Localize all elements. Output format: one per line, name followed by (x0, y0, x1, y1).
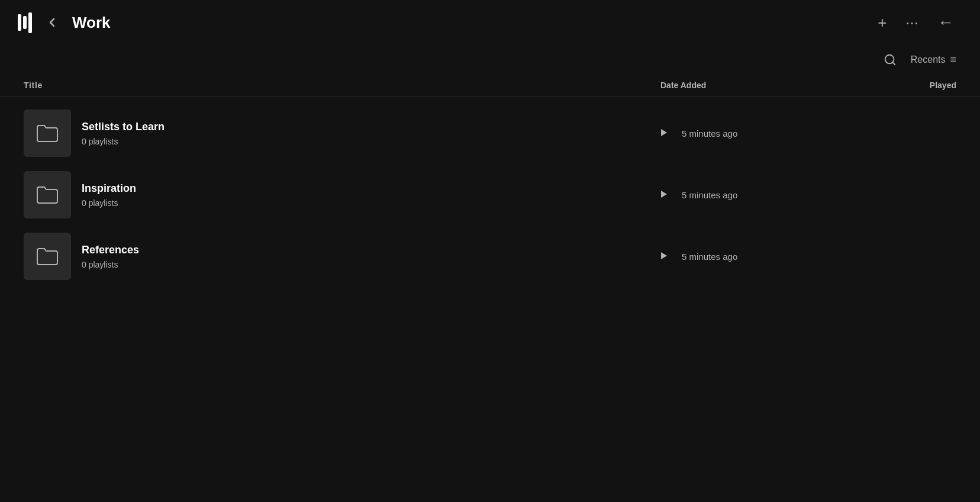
svg-line-1 (892, 62, 895, 65)
row-date-cell: 5 minutes ago (660, 190, 838, 200)
back-button[interactable] (44, 14, 60, 31)
logo-bar-3 (28, 12, 32, 33)
app-container: Work + ··· ← Recents ≡ (0, 0, 980, 502)
table-body: Setlists to Learn 0 playlists 5 minutes … (0, 96, 980, 502)
folder-thumbnail (24, 171, 71, 218)
more-button[interactable]: ··· (903, 12, 921, 33)
row-title-cell: Inspiration 0 playlists (24, 171, 660, 218)
row-text: Inspiration 0 playlists (82, 182, 136, 208)
row-name: Setlists to Learn (82, 121, 165, 133)
table-row[interactable]: Setlists to Learn 0 playlists 5 minutes … (24, 102, 956, 164)
sort-recents[interactable]: Recents ≡ (911, 54, 956, 66)
table-header: Title Date Added Played (0, 81, 980, 96)
row-name: Inspiration (82, 182, 136, 195)
table-row[interactable]: Inspiration 0 playlists 5 minutes ago (24, 164, 956, 226)
row-date-cell: 5 minutes ago (660, 128, 838, 139)
row-subtitle: 0 playlists (82, 260, 139, 269)
close-button[interactable]: ← (935, 12, 956, 33)
row-subtitle: 0 playlists (82, 137, 165, 146)
logo-bar-2 (23, 16, 27, 29)
folder-icon (36, 247, 59, 266)
play-icon[interactable] (660, 190, 668, 200)
chevron-left-icon (46, 17, 58, 28)
folder-thumbnail (24, 233, 71, 280)
date-added-value: 5 minutes ago (682, 252, 737, 262)
row-date-cell: 5 minutes ago (660, 252, 838, 262)
play-icon[interactable] (660, 252, 668, 262)
header-right: + ··· ← (875, 12, 956, 33)
col-date-header: Date Added (660, 81, 838, 90)
row-title-cell: Setlists to Learn 0 playlists (24, 110, 660, 157)
close-left-icon: ← (937, 14, 954, 31)
col-title-header: Title (24, 81, 660, 90)
page-title: Work (72, 14, 111, 32)
date-added-value: 5 minutes ago (682, 190, 737, 200)
search-button[interactable] (881, 51, 899, 69)
recents-label: Recents (911, 54, 946, 65)
sort-bar: Recents ≡ (0, 45, 980, 81)
col-played-header: Played (838, 81, 956, 90)
list-icon: ≡ (950, 54, 956, 66)
row-subtitle: 0 playlists (82, 198, 136, 208)
header: Work + ··· ← (0, 0, 980, 45)
row-text: Setlists to Learn 0 playlists (82, 121, 165, 146)
plus-icon: + (878, 15, 886, 30)
row-name: References (82, 244, 139, 256)
date-added-value: 5 minutes ago (682, 128, 737, 139)
add-button[interactable]: + (875, 12, 889, 33)
header-left: Work (18, 12, 111, 33)
logo-bar-1 (18, 14, 21, 31)
folder-thumbnail (24, 110, 71, 157)
row-text: References 0 playlists (82, 244, 139, 269)
search-icon (884, 53, 897, 66)
folder-icon (36, 185, 59, 204)
ellipsis-icon: ··· (905, 15, 918, 30)
folder-icon (36, 124, 59, 143)
play-icon[interactable] (660, 128, 668, 139)
row-title-cell: References 0 playlists (24, 233, 660, 280)
logo-icon[interactable] (18, 12, 32, 33)
table-row[interactable]: References 0 playlists 5 minutes ago (24, 226, 956, 287)
